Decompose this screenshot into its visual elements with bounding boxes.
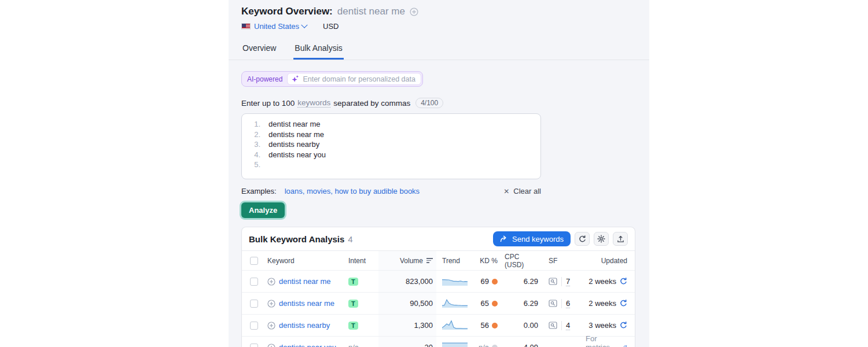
cpc-value: 6.29: [501, 271, 542, 292]
bulk-analysis-card: Bulk Keyword Analysis 4 Send keywords: [241, 227, 635, 347]
serp-features-icon[interactable]: [549, 322, 557, 329]
serp-features-icon[interactable]: [549, 278, 557, 285]
row-refresh-icon[interactable]: [620, 322, 627, 329]
keyword-link[interactable]: dentists near me: [279, 299, 334, 308]
sf-empty: [542, 337, 582, 347]
tabs: Overview Bulk Analysis: [229, 40, 649, 60]
keyword-link[interactable]: dentists near you: [279, 343, 336, 347]
keyword-line: 4. dentists near you: [249, 150, 534, 160]
keywords-term[interactable]: keywords: [297, 98, 330, 108]
card-title: Bulk Keyword Analysis: [249, 234, 344, 244]
examples-label: Examples:: [241, 187, 277, 195]
col-updated[interactable]: Updated: [582, 251, 635, 270]
ai-domain-widget: AI-powered Enter domain for personalized…: [241, 71, 423, 87]
row-refresh-icon[interactable]: [620, 278, 627, 285]
export-button[interactable]: [613, 232, 628, 246]
row-checkbox[interactable]: [250, 344, 258, 347]
row-refresh-icon[interactable]: [620, 300, 627, 307]
table-row: dentists nearby T 1,300 56 0.00 4 3 week…: [242, 314, 635, 336]
intent-badge: T: [348, 278, 358, 286]
sf-count[interactable]: 6: [566, 299, 570, 308]
kd-value: n/a: [479, 343, 489, 347]
updated-value: 2 weeks: [589, 277, 616, 286]
country-label: United States: [254, 22, 299, 31]
add-to-list-icon[interactable]: [267, 344, 275, 347]
kd-dot: [492, 345, 498, 347]
gear-icon: [597, 235, 605, 243]
row-checkbox[interactable]: [250, 278, 258, 286]
select-all-checkbox[interactable]: [250, 257, 258, 265]
refresh-icon: [579, 235, 586, 243]
col-sf[interactable]: SF: [542, 251, 582, 270]
tab-bulk-analysis[interactable]: Bulk Analysis: [293, 40, 343, 60]
country-selector[interactable]: United States: [254, 22, 307, 31]
currency-label: USD: [323, 22, 339, 31]
add-to-list-icon[interactable]: [267, 322, 275, 330]
col-keyword[interactable]: Keyword: [264, 251, 345, 270]
keyword-line: 1. dentist near me: [249, 119, 534, 130]
sparkle-icon: [292, 75, 299, 83]
table-header: Keyword Intent Volume Trend KD % CPC (US…: [242, 250, 635, 270]
domain-input[interactable]: Enter domain for personalized data: [287, 73, 421, 85]
updated-value: 3 weeks: [589, 321, 616, 330]
add-to-list-icon[interactable]: [267, 300, 275, 308]
keywords-textarea[interactable]: 1. dentist near me 2. dentists near me 3…: [241, 113, 541, 179]
col-volume[interactable]: Volume: [378, 251, 436, 270]
kd-value: 65: [481, 299, 489, 308]
card-header: Bulk Keyword Analysis 4 Send keywords: [242, 227, 635, 250]
intent-na: n/a: [348, 343, 359, 347]
settings-button[interactable]: [594, 232, 609, 246]
kd-dot: [492, 279, 498, 285]
page-title-keyword: dentist near me: [337, 6, 405, 17]
examples-links[interactable]: loans, movies, how to buy audible books: [285, 187, 420, 195]
keyword-link[interactable]: dentist near me: [279, 277, 331, 286]
line-number: 1.: [249, 119, 260, 130]
table-row: dentist near me T 823,000 69 6.29 7 2 we…: [242, 270, 635, 292]
analyze-button[interactable]: Analyze: [241, 202, 285, 218]
line-number: 3.: [249, 139, 260, 150]
add-to-list-icon[interactable]: [267, 278, 275, 286]
location-row: United States USD: [241, 22, 637, 31]
table-row: dentists near you n/a 20 n/a 4.09 For me…: [242, 336, 635, 347]
domain-input-placeholder: Enter domain for personalized data: [303, 75, 415, 83]
line-text: dentists nearby: [269, 139, 319, 150]
col-cpc[interactable]: CPC (USD): [501, 251, 542, 270]
send-keywords-button[interactable]: Send keywords: [493, 231, 571, 246]
tab-overview[interactable]: Overview: [241, 40, 277, 60]
send-arrow-icon: [500, 235, 508, 242]
line-text: dentists near you: [269, 150, 326, 160]
refresh-button[interactable]: [575, 232, 590, 246]
sort-icon: [426, 258, 433, 263]
keywords-counter: 4/100: [415, 98, 443, 108]
row-checkbox[interactable]: [250, 300, 258, 308]
line-text: dentist near me: [269, 119, 321, 130]
trend-sparkline: [442, 320, 468, 331]
serp-features-icon[interactable]: [549, 300, 557, 307]
row-checkbox[interactable]: [250, 322, 258, 330]
clear-all-label: Clear all: [513, 187, 541, 195]
cpc-value: 6.29: [501, 293, 542, 314]
sf-count[interactable]: 7: [566, 277, 570, 286]
trend-sparkline: [442, 276, 468, 287]
card-count: 4: [348, 234, 352, 244]
col-kd[interactable]: KD %: [471, 251, 501, 270]
row-refresh-icon[interactable]: [623, 344, 627, 347]
sf-count[interactable]: 4: [566, 321, 570, 330]
keyword-link[interactable]: dentists nearby: [279, 321, 330, 330]
keyword-line: 5.: [249, 160, 534, 170]
intent-badge: T: [348, 300, 358, 308]
col-intent[interactable]: Intent: [345, 251, 378, 270]
chevron-down-icon: [301, 21, 307, 28]
volume-value: 90,500: [378, 293, 436, 314]
trend-sparkline: [442, 342, 468, 347]
export-icon: [617, 235, 624, 243]
clear-all-button[interactable]: ✕ Clear all: [503, 187, 541, 195]
col-trend[interactable]: Trend: [436, 251, 471, 270]
kd-value: 69: [481, 277, 489, 286]
kd-dot: [492, 323, 498, 328]
us-flag-icon: [241, 23, 251, 29]
add-keyword-icon[interactable]: [410, 8, 418, 16]
page-header: Keyword Overview: dentist near me: [241, 6, 637, 17]
cpc-value: 0.00: [501, 315, 542, 336]
keyword-overview-panel: Keyword Overview: dentist near me United…: [229, 0, 649, 347]
